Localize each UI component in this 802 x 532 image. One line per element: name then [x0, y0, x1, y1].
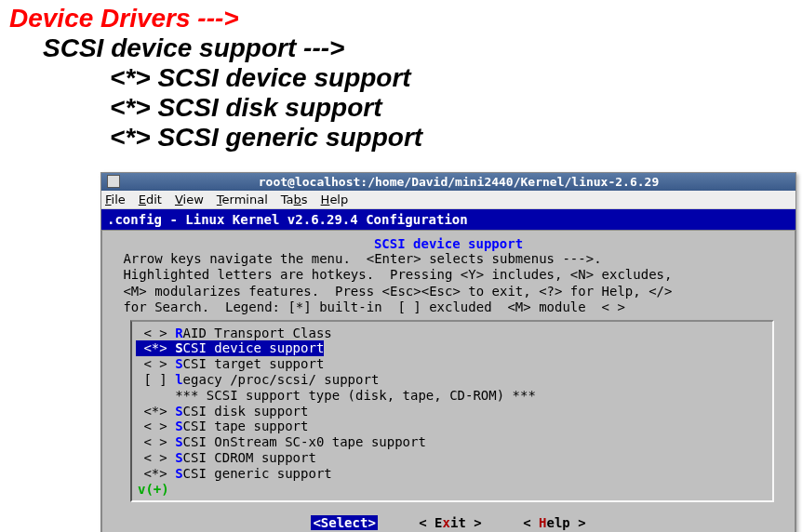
help-text-line: Arrow keys navigate the menu. <Enter> se… [108, 251, 789, 268]
window-titlebar[interactable]: root@localhost:/home/David/mini2440/Kern… [101, 173, 795, 191]
terminal-window: root@localhost:/home/David/mini2440/Kern… [100, 172, 796, 532]
menu-terminal[interactable]: Terminal [217, 193, 268, 206]
help-button[interactable]: < Help > [523, 515, 585, 530]
menu-tabs[interactable]: Tabs [281, 193, 308, 206]
menu-item[interactable]: < > SCSI target support [134, 356, 770, 372]
scroll-indicator: v(+) [134, 482, 770, 497]
config-title: SCSI device support [108, 236, 789, 251]
menu-item[interactable]: *** SCSI support type (disk, tape, CD-RO… [134, 388, 770, 404]
menu-view[interactable]: View [175, 193, 204, 206]
menubar: File Edit View Terminal Tabs Help [101, 191, 795, 209]
menu-item[interactable]: [ ] legacy /proc/scsi/ support [134, 372, 770, 388]
notes-item: <*> SCSI generic support [110, 123, 793, 153]
window-title: root@localhost:/home/David/mini2440/Kern… [127, 175, 790, 189]
help-text-line: Highlighted letters are hotkeys. Pressin… [108, 267, 789, 284]
menu-item[interactable]: <*> SCSI generic support [134, 466, 770, 482]
menu-item[interactable]: <*> SCSI device support [134, 340, 770, 356]
notes-item: <*> SCSI device support [110, 63, 793, 93]
select-button[interactable]: <Select> [311, 515, 377, 530]
exit-button[interactable]: < Exit > [419, 515, 481, 530]
menu-file[interactable]: File [105, 193, 126, 206]
config-header: .config - Linux Kernel v2.6.29.4 Configu… [101, 209, 795, 230]
notes-section: Device Drivers ---> SCSI device support … [0, 0, 802, 163]
terminal-body: .config - Linux Kernel v2.6.29.4 Configu… [101, 209, 795, 532]
help-text-line: <M> modularizes features. Press <Esc><Es… [108, 284, 789, 300]
notes-item: <*> SCSI disk support [110, 93, 793, 123]
menu-item[interactable]: < > RAID Transport Class [134, 326, 770, 341]
heading-device-drivers: Device Drivers ---> [9, 4, 793, 33]
menu-item[interactable]: < > SCSI OnStream SC-x0 tape support [134, 434, 770, 450]
menu-list[interactable]: < > RAID Transport Class <*> SCSI device… [130, 320, 774, 502]
menu-item[interactable]: < > SCSI CDROM support [134, 450, 770, 466]
menu-item[interactable]: <*> SCSI disk support [134, 404, 770, 419]
menu-edit[interactable]: Edit [139, 193, 162, 206]
config-main: SCSI device support Arrow keys navigate … [101, 230, 795, 532]
help-text-line: for Search. Legend: [*] built-in [ ] exc… [108, 299, 789, 316]
menu-item[interactable]: < > SCSI tape support [134, 419, 770, 434]
menu-help[interactable]: Help [321, 193, 349, 206]
heading-scsi-support: SCSI device support ---> [43, 33, 793, 63]
terminal-icon [107, 175, 120, 188]
button-bar: <Select> < Exit > < Help > [108, 506, 789, 532]
